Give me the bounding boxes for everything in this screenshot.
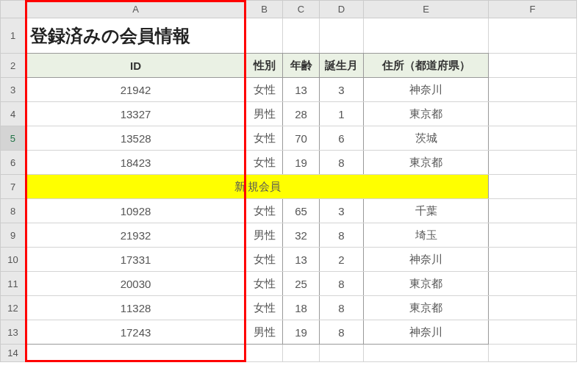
cell[interactable]: 女性: [246, 296, 283, 320]
cell[interactable]: 女性: [246, 126, 283, 151]
cell[interactable]: 千葉: [364, 199, 489, 223]
cell[interactable]: 13327: [26, 102, 246, 126]
cell[interactable]: 21932: [26, 223, 246, 248]
cell[interactable]: 東京都: [364, 272, 489, 296]
cell[interactable]: [489, 345, 577, 362]
cell[interactable]: 東京都: [364, 102, 489, 126]
cell[interactable]: 17243: [26, 320, 246, 345]
cell[interactable]: 18423: [26, 151, 246, 175]
cell[interactable]: 神奈川: [364, 248, 489, 272]
cell[interactable]: 女性: [246, 248, 283, 272]
cell[interactable]: 13: [283, 78, 320, 102]
cell[interactable]: 女性: [246, 78, 283, 102]
header-address[interactable]: 住所（都道府県）: [364, 54, 489, 78]
cell[interactable]: 男性: [246, 320, 283, 345]
row-header-4[interactable]: 4: [1, 102, 26, 126]
row-header-11[interactable]: 11: [1, 272, 26, 296]
cell[interactable]: 10928: [26, 199, 246, 223]
cell[interactable]: 神奈川: [364, 78, 489, 102]
select-all-corner[interactable]: [1, 1, 26, 18]
cell[interactable]: 東京都: [364, 151, 489, 175]
title-cell[interactable]: 登録済みの会員情報: [26, 18, 246, 54]
row-header-1[interactable]: 1: [1, 18, 26, 54]
cell[interactable]: 70: [283, 126, 320, 151]
cell[interactable]: 20030: [26, 272, 246, 296]
merged-label-part-b[interactable]: 規会員: [246, 175, 489, 199]
header-id[interactable]: ID: [26, 54, 246, 78]
cell[interactable]: 65: [283, 199, 320, 223]
cell[interactable]: 2: [320, 248, 364, 272]
cell[interactable]: 18: [283, 296, 320, 320]
cell[interactable]: 3: [320, 199, 364, 223]
row-header-5[interactable]: 5: [1, 126, 26, 151]
col-header-F[interactable]: F: [489, 1, 577, 18]
cell[interactable]: [364, 345, 489, 362]
cell[interactable]: [320, 345, 364, 362]
row-header-2[interactable]: 2: [1, 54, 26, 78]
col-header-D[interactable]: D: [320, 1, 364, 18]
row-header-13[interactable]: 13: [1, 320, 26, 345]
cell[interactable]: 女性: [246, 272, 283, 296]
row-header-6[interactable]: 6: [1, 151, 26, 175]
cell[interactable]: 19: [283, 151, 320, 175]
cell[interactable]: 13528: [26, 126, 246, 151]
col-header-E[interactable]: E: [364, 1, 489, 18]
cell[interactable]: 男性: [246, 102, 283, 126]
header-birthmonth[interactable]: 誕生月: [320, 54, 364, 78]
col-header-A[interactable]: A: [26, 1, 246, 18]
cell[interactable]: 6: [320, 126, 364, 151]
cell[interactable]: 32: [283, 223, 320, 248]
cell[interactable]: 茨城: [364, 126, 489, 151]
cell[interactable]: 21942: [26, 78, 246, 102]
cell[interactable]: 19: [283, 320, 320, 345]
cell[interactable]: 女性: [246, 151, 283, 175]
row-header-3[interactable]: 3: [1, 78, 26, 102]
header-sex[interactable]: 性別: [246, 54, 283, 78]
row-header-8[interactable]: 8: [1, 199, 26, 223]
cell[interactable]: 1: [320, 102, 364, 126]
cell[interactable]: 8: [320, 296, 364, 320]
cell[interactable]: [283, 345, 320, 362]
row-header-10[interactable]: 10: [1, 248, 26, 272]
header-age[interactable]: 年齢: [283, 54, 320, 78]
cell[interactable]: 8: [320, 151, 364, 175]
row-header-9[interactable]: 9: [1, 223, 26, 248]
cell[interactable]: 13: [283, 248, 320, 272]
cell[interactable]: 神奈川: [364, 320, 489, 345]
cell[interactable]: 女性: [246, 199, 283, 223]
spreadsheet: A B C D E F 1 登録済みの会員情報 2 ID 性別 年齢 誕生月 住…: [0, 0, 588, 382]
row-header-7[interactable]: 7: [1, 175, 26, 199]
grid[interactable]: A B C D E F 1 登録済みの会員情報 2 ID 性別 年齢 誕生月 住…: [0, 0, 577, 362]
cell[interactable]: 8: [320, 272, 364, 296]
cell[interactable]: 25: [283, 272, 320, 296]
cell[interactable]: 8: [320, 320, 364, 345]
row-header-14[interactable]: 14: [1, 345, 26, 362]
col-header-C[interactable]: C: [283, 1, 320, 18]
cell[interactable]: 埼玉: [364, 223, 489, 248]
cell[interactable]: 8: [320, 223, 364, 248]
cell[interactable]: 17331: [26, 248, 246, 272]
cell[interactable]: 3: [320, 78, 364, 102]
cell[interactable]: 東京都: [364, 296, 489, 320]
cell[interactable]: [26, 345, 246, 362]
cell[interactable]: 男性: [246, 223, 283, 248]
row-header-12[interactable]: 12: [1, 296, 26, 320]
cell[interactable]: 11328: [26, 296, 246, 320]
merged-label-part-a[interactable]: 新: [26, 175, 246, 199]
cell[interactable]: [246, 345, 283, 362]
col-header-B[interactable]: B: [246, 1, 283, 18]
cell[interactable]: 28: [283, 102, 320, 126]
